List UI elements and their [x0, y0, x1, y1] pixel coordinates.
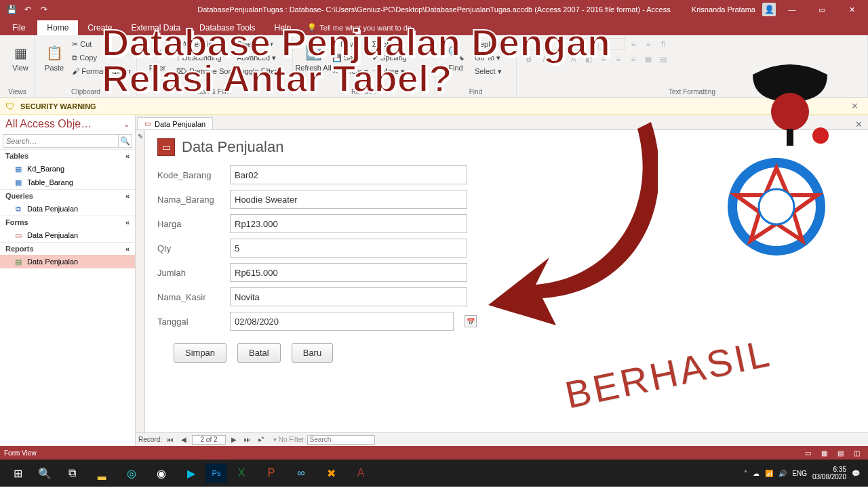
- form-view-button[interactable]: ▭: [800, 447, 815, 458]
- select-button[interactable]: Select ▾: [475, 65, 502, 77]
- save-record-button[interactable]: 💾 Save: [332, 52, 368, 64]
- remove-sort-button[interactable]: ⌦ Remove Sort: [176, 65, 233, 77]
- tray-clock[interactable]: 6:35 03/08/2020: [812, 466, 846, 481]
- prev-record-button[interactable]: ◀: [178, 434, 189, 445]
- input-kode-barang[interactable]: [230, 165, 467, 184]
- search-icon[interactable]: 🔍: [118, 135, 132, 147]
- powerpoint-icon[interactable]: P: [256, 460, 286, 487]
- input-nama-kasir[interactable]: [230, 287, 467, 306]
- edge-icon[interactable]: ◎: [117, 460, 146, 487]
- nav-search[interactable]: 🔍: [3, 134, 132, 148]
- calendar-icon[interactable]: 📅: [465, 315, 477, 327]
- nav-section-tables[interactable]: Tables«: [0, 149, 135, 162]
- close-button[interactable]: ✕: [838, 0, 865, 19]
- excel-icon[interactable]: X: [226, 460, 256, 487]
- goto-button[interactable]: Go To ▾: [475, 52, 502, 64]
- app-icon[interactable]: ∞: [286, 460, 316, 487]
- tray-cloud-icon[interactable]: ☁: [753, 470, 760, 477]
- security-close-button[interactable]: ✕: [847, 101, 863, 111]
- tell-me-search[interactable]: 💡Tell me what you want to do: [300, 20, 418, 35]
- delete-record-button[interactable]: ✕ Delete ▾: [332, 65, 368, 77]
- fill-color-button[interactable]: ◧: [582, 53, 595, 65]
- last-record-button[interactable]: ⏭: [242, 434, 253, 445]
- doc-tab-data-penjualan[interactable]: ▭Data Penjualan: [137, 117, 213, 129]
- indent-right-button[interactable]: ≡: [642, 38, 655, 50]
- tab-file[interactable]: File: [0, 20, 37, 35]
- refresh-all-button[interactable]: 🔄Refresh All: [298, 38, 328, 77]
- nav-pane-title[interactable]: All Access Obje… ⌄: [0, 115, 135, 133]
- save-icon[interactable]: 💾: [4, 2, 19, 17]
- photoshop-icon[interactable]: Ps: [206, 464, 226, 483]
- tray-language[interactable]: ENG: [792, 470, 807, 477]
- new-record-nav-button[interactable]: ▸*: [256, 434, 267, 445]
- start-button[interactable]: ⊞: [3, 460, 33, 487]
- design-view-button[interactable]: ◫: [849, 447, 864, 458]
- toggle-filter-button[interactable]: Toggle Filter: [237, 65, 277, 77]
- nav-section-forms[interactable]: Forms«: [0, 216, 135, 228]
- nav-item-form-data-penjualan[interactable]: ▭Data Penjualan: [0, 228, 135, 242]
- record-search-input[interactable]: [307, 435, 375, 445]
- format-painter-button[interactable]: 🖌Format Painter: [72, 65, 131, 77]
- tray-chevron-icon[interactable]: ˄: [744, 470, 747, 477]
- indent-left-button[interactable]: ≡: [627, 38, 640, 50]
- sort-desc-button[interactable]: ↓ Descending: [176, 52, 233, 64]
- nav-item-table-barang[interactable]: ▦Table_Barang: [0, 176, 135, 189]
- tab-external-data[interactable]: External Data: [121, 20, 190, 35]
- font-size-selector[interactable]: [598, 38, 625, 50]
- tab-help[interactable]: Help: [265, 20, 301, 35]
- find-button[interactable]: 🔍Find: [441, 38, 471, 77]
- taskbar-search-button[interactable]: 🔍: [33, 460, 57, 487]
- user-avatar-icon[interactable]: 👤: [762, 3, 776, 16]
- text-dir-button[interactable]: ¶: [656, 38, 670, 50]
- datasheet-view-button[interactable]: ▦: [816, 447, 831, 458]
- align-center-button[interactable]: ≡: [612, 53, 625, 65]
- view-button[interactable]: ▦View: [5, 38, 35, 77]
- batal-button[interactable]: Batal: [237, 343, 281, 363]
- layout-view-button[interactable]: ▤: [833, 447, 848, 458]
- selection-button[interactable]: Selection ▾: [237, 38, 277, 50]
- more-button[interactable]: ⋯ More ▾: [372, 65, 407, 77]
- cut-button[interactable]: ✂Cut: [72, 38, 131, 50]
- tray-notifications-icon[interactable]: 💬: [852, 470, 860, 477]
- align-right-button[interactable]: ≡: [627, 53, 640, 65]
- filter-button[interactable]: ▼Filter: [142, 38, 172, 77]
- tray-volume-icon[interactable]: 🔊: [778, 470, 787, 477]
- explorer-icon[interactable]: ▂: [87, 460, 117, 487]
- sort-asc-button[interactable]: ↑ Ascending: [176, 38, 233, 50]
- input-harga[interactable]: [230, 214, 467, 233]
- nav-item-query-data-penjualan[interactable]: ⧉Data Penjualan: [0, 202, 135, 216]
- doc-close-button[interactable]: ✕: [850, 119, 868, 129]
- tab-home[interactable]: Home: [37, 20, 78, 35]
- new-record-button[interactable]: ✦ New: [332, 38, 368, 50]
- nav-item-kd-barang[interactable]: ▦Kd_Barang: [0, 162, 135, 176]
- align-left-button[interactable]: ≡: [597, 53, 610, 65]
- redo-icon[interactable]: ↷: [37, 2, 52, 17]
- underline-button[interactable]: U: [552, 53, 566, 65]
- spelling-button[interactable]: ✔ Spelling: [372, 52, 407, 64]
- totals-button[interactable]: Σ Totals: [372, 38, 407, 50]
- undo-icon[interactable]: ↶: [20, 2, 35, 17]
- record-position[interactable]: 2 of 2: [192, 435, 226, 445]
- font-selector[interactable]: [522, 38, 597, 50]
- first-record-button[interactable]: ⏮: [165, 434, 176, 445]
- advanced-button[interactable]: Advanced ▾: [237, 52, 277, 64]
- alt-row-button[interactable]: ▤: [656, 53, 670, 65]
- chrome-icon[interactable]: ◉: [146, 460, 176, 487]
- replace-button[interactable]: Replace: [475, 38, 502, 50]
- tab-create[interactable]: Create: [78, 20, 121, 35]
- input-jumlah[interactable]: [230, 263, 467, 282]
- gridlines-button[interactable]: ▦: [642, 53, 655, 65]
- simpan-button[interactable]: Simpan: [174, 343, 226, 363]
- input-nama-barang[interactable]: [230, 190, 467, 209]
- filmora-icon[interactable]: ▶: [176, 460, 206, 487]
- nav-section-queries[interactable]: Queries«: [0, 189, 135, 202]
- task-view-button[interactable]: ⧉: [57, 460, 87, 487]
- maximize-button[interactable]: ▭: [808, 0, 835, 19]
- paste-button[interactable]: 📋Paste: [41, 38, 68, 77]
- font-color-button[interactable]: A: [567, 53, 580, 65]
- input-tanggal[interactable]: [230, 312, 454, 331]
- nav-item-report-data-penjualan[interactable]: ▤Data Penjualan: [0, 255, 135, 268]
- nav-search-input[interactable]: [3, 135, 118, 147]
- minimize-button[interactable]: —: [778, 0, 806, 19]
- nav-section-reports[interactable]: Reports«: [0, 242, 135, 255]
